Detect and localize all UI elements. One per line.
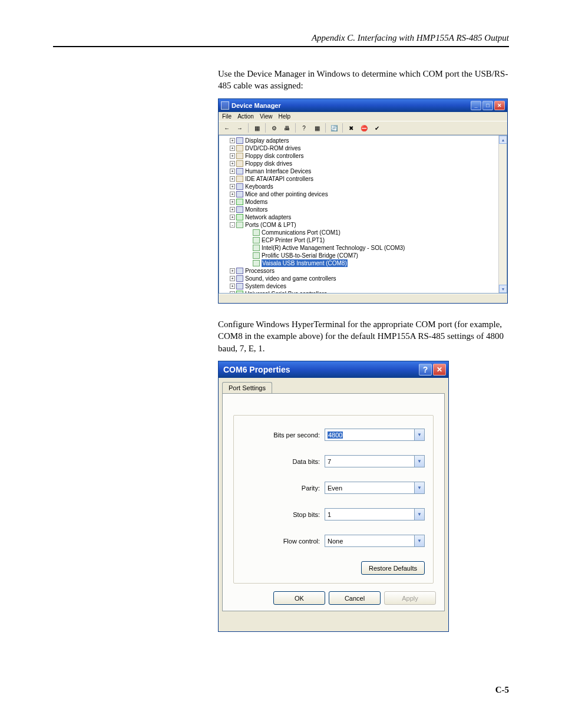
restore-defaults-button[interactable]: Restore Defaults [361, 561, 425, 575]
expand-icon[interactable]: + [230, 207, 235, 212]
combo-flow-control[interactable]: None ▼ [325, 535, 425, 547]
scroll-down-icon[interactable]: ▾ [499, 285, 507, 293]
expand-icon[interactable]: + [230, 161, 235, 166]
tree-scrollbar[interactable]: ▴ ▾ [498, 136, 507, 293]
ok-button[interactable]: OK [273, 591, 325, 605]
tree-row[interactable]: Intel(R) Active Management Technology - … [246, 244, 504, 252]
cancel-button[interactable]: Cancel [329, 591, 381, 605]
tree-row[interactable]: +Floppy disk drives [230, 160, 504, 167]
apply-button[interactable]: Apply [384, 591, 436, 605]
toolbar-properties-icon[interactable]: ▦ [251, 123, 263, 133]
tree-row[interactable]: Communications Port (COM1) [246, 229, 504, 236]
expand-icon[interactable]: + [230, 146, 235, 151]
toolbar-separator [295, 123, 296, 133]
toolbar-separator [248, 123, 249, 133]
menu-file[interactable]: File [222, 113, 232, 120]
tree-row[interactable]: +Human Interface Devices [230, 167, 504, 175]
tree-label: Ports (COM & LPT) [245, 221, 296, 229]
chevron-down-icon[interactable]: ▼ [414, 482, 424, 493]
toolbar-forward-icon[interactable]: → [234, 123, 246, 133]
toolbar-enable-icon[interactable]: ✔ [371, 123, 383, 133]
menu-help[interactable]: Help [278, 113, 290, 120]
toolbar-back-icon[interactable]: ← [221, 123, 233, 133]
menu-view[interactable]: View [260, 113, 273, 120]
tree-connector-icon [246, 238, 252, 243]
expand-icon[interactable]: + [230, 291, 235, 294]
com-title: COM6 Properties [223, 365, 418, 374]
tree-row[interactable]: +Floppy disk controllers [230, 152, 504, 160]
toolbar-scan-icon[interactable]: ⚙ [268, 123, 280, 133]
expand-icon[interactable]: + [230, 268, 235, 274]
device-icon [236, 283, 243, 289]
device-icon [253, 245, 260, 251]
chevron-down-icon[interactable]: ▼ [414, 429, 424, 440]
expand-icon[interactable]: + [230, 169, 235, 174]
tree-row[interactable]: Prolific USB-to-Serial Bridge (COM7) [246, 252, 504, 259]
menu-action[interactable]: Action [237, 113, 254, 120]
scroll-up-icon[interactable]: ▴ [499, 136, 507, 144]
device-manager-toolbar: ← → ▦ ⚙ 🖶 ? ▦ 🔄 ✖ ⛔ ✔ [219, 121, 507, 135]
expand-icon[interactable]: + [230, 176, 235, 182]
tree-label: Vaisala USB Instrument (COM8) [262, 259, 348, 267]
device-tree[interactable]: +Display adapters+DVD/CD-ROM drives+Flop… [219, 135, 507, 294]
tree-row[interactable]: +Universal Serial Bus controllers [230, 290, 504, 294]
tree-row[interactable]: +IDE ATA/ATAPI controllers [230, 175, 504, 183]
tree-row[interactable]: +DVD/CD-ROM drives [230, 144, 504, 152]
expand-icon[interactable]: + [230, 192, 235, 197]
tab-panel-port-settings: Bits per second: 4800 ▼ Data bits: 7 ▼ P… [222, 393, 445, 611]
tree-row[interactable]: +System devices [230, 282, 504, 290]
expand-icon[interactable]: + [230, 276, 235, 281]
help-button[interactable]: ? [419, 364, 432, 375]
combo-bits-per-second[interactable]: 4800 ▼ [325, 429, 425, 441]
toolbar-refresh-icon[interactable]: ▦ [311, 123, 323, 133]
toolbar-separator [325, 123, 326, 133]
toolbar-help-icon[interactable]: ? [298, 123, 310, 133]
chevron-down-icon[interactable]: ▼ [414, 509, 424, 520]
device-manager-icon [221, 101, 229, 110]
toolbar-uninstall-icon[interactable]: ✖ [345, 123, 357, 133]
device-icon [236, 176, 243, 182]
expand-icon[interactable]: + [230, 215, 235, 220]
device-icon [253, 237, 260, 243]
close-button[interactable]: ✕ [494, 101, 505, 110]
expand-icon[interactable]: + [230, 284, 235, 289]
toolbar-update-icon[interactable]: 🔄 [328, 123, 340, 133]
toolbar-disable-icon[interactable]: ⛔ [358, 123, 370, 133]
tree-row[interactable]: +Mice and other pointing devices [230, 190, 504, 198]
expand-icon[interactable]: + [230, 199, 235, 205]
expand-icon[interactable]: + [230, 138, 235, 143]
device-icon [236, 160, 243, 167]
tree-label: Universal Serial Bus controllers [245, 290, 327, 294]
tree-row[interactable]: -Ports (COM & LPT) [230, 221, 504, 229]
device-icon [236, 199, 243, 205]
minimize-button[interactable]: _ [471, 101, 481, 110]
tree-row[interactable]: +Modems [230, 198, 504, 206]
combo-data-bits[interactable]: 7 ▼ [325, 455, 425, 467]
expand-icon[interactable]: + [230, 153, 235, 159]
tab-port-settings[interactable]: Port Settings [222, 382, 272, 394]
collapse-icon[interactable]: - [230, 222, 235, 228]
tree-connector-icon [246, 261, 252, 266]
combo-parity[interactable]: Even ▼ [325, 482, 425, 494]
tree-row[interactable]: +Monitors [230, 206, 504, 213]
chevron-down-icon[interactable]: ▼ [414, 535, 424, 546]
expand-icon[interactable]: + [230, 184, 235, 189]
tree-row[interactable]: +Network adapters [230, 213, 504, 221]
tree-row[interactable]: Vaisala USB Instrument (COM8) [246, 259, 504, 267]
toolbar-separator [265, 123, 266, 133]
label-flow-control: Flow control: [242, 538, 325, 545]
toolbar-print-icon[interactable]: 🖶 [281, 123, 293, 133]
device-manager-titlebar[interactable]: Device Manager _ □ ✕ [219, 99, 507, 112]
maximize-button[interactable]: □ [482, 101, 493, 110]
chevron-down-icon[interactable]: ▼ [414, 456, 424, 467]
tree-row[interactable]: +Display adapters [230, 137, 504, 144]
com-titlebar[interactable]: COM6 Properties ? ✕ [219, 361, 448, 378]
tree-row[interactable]: +Keyboards [230, 183, 504, 190]
combo-stop-bits[interactable]: 1 ▼ [325, 508, 425, 521]
tree-row[interactable]: +Sound, video and game controllers [230, 275, 504, 282]
label-bits-per-second: Bits per second: [242, 431, 325, 439]
tree-row[interactable]: ECP Printer Port (LPT1) [246, 236, 504, 244]
combo-value: Even [328, 485, 342, 492]
tree-row[interactable]: +Processors [230, 267, 504, 275]
close-button[interactable]: ✕ [433, 364, 446, 375]
